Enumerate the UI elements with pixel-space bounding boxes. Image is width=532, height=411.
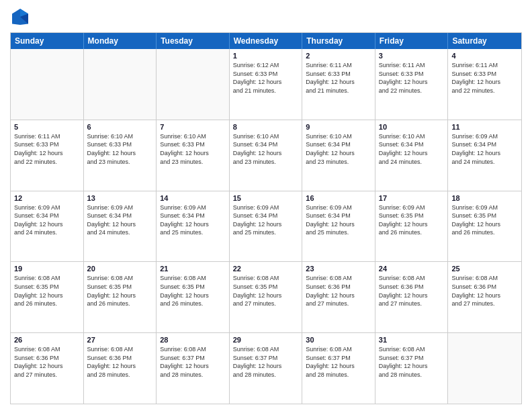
calendar-day-13: 13Sunrise: 6:09 AMSunset: 6:34 PMDayligh… (84, 191, 157, 262)
day-info: Sunrise: 6:09 AMSunset: 6:34 PMDaylight:… (87, 203, 153, 237)
day-info: Sunrise: 6:09 AMSunset: 6:34 PMDaylight:… (233, 203, 299, 237)
calendar-day-15: 15Sunrise: 6:09 AMSunset: 6:34 PMDayligh… (230, 191, 303, 262)
calendar-day-5: 5Sunrise: 6:11 AMSunset: 6:33 PMDaylight… (11, 120, 84, 191)
day-info: Sunrise: 6:10 AMSunset: 6:33 PMDaylight:… (87, 132, 153, 166)
day-info: Sunrise: 6:09 AMSunset: 6:35 PMDaylight:… (379, 203, 445, 237)
day-number: 2 (306, 52, 371, 60)
day-number: 20 (87, 265, 153, 273)
day-info: Sunrise: 6:10 AMSunset: 6:34 PMDaylight:… (233, 132, 299, 166)
calendar-day-7: 7Sunrise: 6:10 AMSunset: 6:33 PMDaylight… (157, 120, 230, 191)
day-number: 10 (379, 123, 445, 131)
logo (10, 7, 33, 27)
calendar-empty-cell (448, 333, 521, 404)
calendar-day-19: 19Sunrise: 6:08 AMSunset: 6:35 PMDayligh… (11, 262, 84, 332)
calendar-day-6: 6Sunrise: 6:10 AMSunset: 6:33 PMDaylight… (84, 120, 157, 191)
day-info: Sunrise: 6:08 AMSunset: 6:35 PMDaylight:… (87, 274, 153, 308)
day-info: Sunrise: 6:08 AMSunset: 6:35 PMDaylight:… (233, 274, 299, 308)
header-day-sunday: Sunday (11, 33, 84, 49)
day-info: Sunrise: 6:11 AMSunset: 6:33 PMDaylight:… (14, 132, 80, 166)
calendar-day-31: 31Sunrise: 6:08 AMSunset: 6:37 PMDayligh… (375, 333, 449, 404)
calendar: SundayMondayTuesdayWednesdayThursdayFrid… (10, 32, 522, 404)
day-number: 15 (233, 194, 299, 202)
day-number: 16 (306, 194, 371, 202)
day-number: 27 (87, 336, 153, 344)
calendar-day-27: 27Sunrise: 6:08 AMSunset: 6:36 PMDayligh… (84, 333, 157, 404)
header (10, 7, 522, 27)
day-number: 28 (160, 336, 226, 344)
day-info: Sunrise: 6:08 AMSunset: 6:37 PMDaylight:… (379, 345, 445, 379)
day-info: Sunrise: 6:08 AMSunset: 6:37 PMDaylight:… (306, 345, 371, 379)
calendar-empty-cell (84, 49, 157, 120)
day-number: 1 (233, 52, 299, 60)
header-day-monday: Monday (84, 33, 157, 49)
day-number: 24 (379, 265, 445, 273)
day-number: 21 (160, 265, 226, 273)
header-day-saturday: Saturday (448, 33, 521, 49)
calendar-day-24: 24Sunrise: 6:08 AMSunset: 6:36 PMDayligh… (375, 262, 449, 332)
day-number: 30 (306, 336, 371, 344)
day-number: 11 (451, 123, 518, 131)
calendar-day-21: 21Sunrise: 6:08 AMSunset: 6:35 PMDayligh… (157, 262, 230, 332)
day-info: Sunrise: 6:08 AMSunset: 6:36 PMDaylight:… (451, 274, 518, 308)
day-number: 9 (306, 123, 371, 131)
calendar-empty-cell (157, 49, 230, 120)
calendar-body: 1Sunrise: 6:12 AMSunset: 6:33 PMDaylight… (11, 49, 521, 404)
calendar-week-2: 5Sunrise: 6:11 AMSunset: 6:33 PMDaylight… (11, 120, 521, 191)
day-info: Sunrise: 6:08 AMSunset: 6:37 PMDaylight:… (233, 345, 299, 379)
day-info: Sunrise: 6:10 AMSunset: 6:34 PMDaylight:… (306, 132, 371, 166)
day-number: 4 (451, 52, 518, 60)
day-number: 26 (14, 336, 80, 344)
calendar-day-4: 4Sunrise: 6:11 AMSunset: 6:33 PMDaylight… (448, 49, 521, 120)
day-number: 18 (451, 194, 518, 202)
day-number: 7 (160, 123, 226, 131)
calendar-day-20: 20Sunrise: 6:08 AMSunset: 6:35 PMDayligh… (84, 262, 157, 332)
calendar-day-30: 30Sunrise: 6:08 AMSunset: 6:37 PMDayligh… (302, 333, 375, 404)
day-number: 12 (14, 194, 80, 202)
calendar-week-4: 19Sunrise: 6:08 AMSunset: 6:35 PMDayligh… (11, 262, 521, 333)
calendar-day-17: 17Sunrise: 6:09 AMSunset: 6:35 PMDayligh… (375, 191, 449, 262)
header-day-tuesday: Tuesday (157, 33, 230, 49)
calendar-day-22: 22Sunrise: 6:08 AMSunset: 6:35 PMDayligh… (230, 262, 303, 332)
day-info: Sunrise: 6:09 AMSunset: 6:35 PMDaylight:… (451, 203, 518, 237)
day-info: Sunrise: 6:10 AMSunset: 6:33 PMDaylight:… (160, 132, 226, 166)
day-number: 23 (306, 265, 371, 273)
day-info: Sunrise: 6:10 AMSunset: 6:34 PMDaylight:… (379, 132, 445, 166)
day-number: 31 (379, 336, 445, 344)
calendar-week-5: 26Sunrise: 6:08 AMSunset: 6:36 PMDayligh… (11, 333, 521, 404)
calendar-day-1: 1Sunrise: 6:12 AMSunset: 6:33 PMDaylight… (230, 49, 303, 120)
day-number: 6 (87, 123, 153, 131)
calendar-week-3: 12Sunrise: 6:09 AMSunset: 6:34 PMDayligh… (11, 191, 521, 263)
day-info: Sunrise: 6:09 AMSunset: 6:34 PMDaylight:… (14, 203, 80, 237)
day-number: 8 (233, 123, 299, 131)
day-info: Sunrise: 6:08 AMSunset: 6:36 PMDaylight:… (379, 274, 445, 308)
calendar-day-9: 9Sunrise: 6:10 AMSunset: 6:34 PMDaylight… (302, 120, 375, 191)
day-info: Sunrise: 6:09 AMSunset: 6:34 PMDaylight:… (160, 203, 226, 237)
day-info: Sunrise: 6:11 AMSunset: 6:33 PMDaylight:… (379, 61, 445, 95)
calendar-empty-cell (11, 49, 84, 120)
header-day-wednesday: Wednesday (230, 33, 303, 49)
day-info: Sunrise: 6:11 AMSunset: 6:33 PMDaylight:… (306, 61, 371, 95)
calendar-day-2: 2Sunrise: 6:11 AMSunset: 6:33 PMDaylight… (302, 49, 375, 120)
day-number: 25 (451, 265, 518, 273)
day-info: Sunrise: 6:08 AMSunset: 6:36 PMDaylight:… (14, 345, 80, 379)
day-number: 14 (160, 194, 226, 202)
calendar-day-16: 16Sunrise: 6:09 AMSunset: 6:34 PMDayligh… (302, 191, 375, 262)
calendar-day-8: 8Sunrise: 6:10 AMSunset: 6:34 PMDaylight… (230, 120, 303, 191)
calendar-week-1: 1Sunrise: 6:12 AMSunset: 6:33 PMDaylight… (11, 49, 521, 120)
day-number: 19 (14, 265, 80, 273)
calendar-header: SundayMondayTuesdayWednesdayThursdayFrid… (11, 33, 521, 49)
day-number: 5 (14, 123, 80, 131)
day-info: Sunrise: 6:08 AMSunset: 6:35 PMDaylight:… (14, 274, 80, 308)
day-info: Sunrise: 6:11 AMSunset: 6:33 PMDaylight:… (451, 61, 518, 95)
day-info: Sunrise: 6:12 AMSunset: 6:33 PMDaylight:… (233, 61, 299, 95)
day-number: 13 (87, 194, 153, 202)
day-info: Sunrise: 6:08 AMSunset: 6:35 PMDaylight:… (160, 274, 226, 308)
calendar-day-11: 11Sunrise: 6:09 AMSunset: 6:34 PMDayligh… (448, 120, 521, 191)
day-info: Sunrise: 6:08 AMSunset: 6:36 PMDaylight:… (306, 274, 371, 308)
day-number: 29 (233, 336, 299, 344)
calendar-day-12: 12Sunrise: 6:09 AMSunset: 6:34 PMDayligh… (11, 191, 84, 262)
logo-icon (10, 7, 30, 27)
calendar-day-28: 28Sunrise: 6:08 AMSunset: 6:37 PMDayligh… (157, 333, 230, 404)
day-number: 3 (379, 52, 445, 60)
calendar-day-3: 3Sunrise: 6:11 AMSunset: 6:33 PMDaylight… (375, 49, 449, 120)
